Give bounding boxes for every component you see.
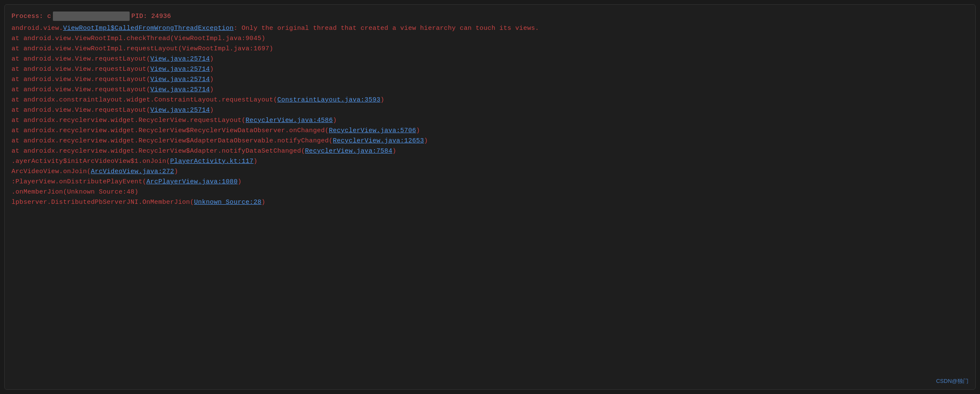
- process-label: Process: c: [12, 13, 51, 20]
- link[interactable]: RecyclerView.java:7584: [305, 148, 392, 155]
- stack-line: .ayerActivity$initArcVideoView$1.onJoin(…: [12, 156, 968, 167]
- link[interactable]: ArcVideoView.java:272: [91, 168, 174, 175]
- exception-class: ViewRootImpl$CalledFromWrongThreadExcept…: [63, 25, 234, 32]
- stack-line: at androidx.constraintlayout.widget.Cons…: [12, 95, 968, 105]
- stack-line: at androidx.recyclerview.widget.Recycler…: [12, 126, 968, 136]
- terminal-window: Process: cPID: 24936 android.view.ViewRo…: [4, 4, 976, 390]
- watermark: CSDN@独门: [936, 377, 968, 385]
- link[interactable]: ArcPlayerView.java:1080: [146, 178, 238, 185]
- link[interactable]: RecyclerView.java:12653: [333, 137, 424, 145]
- stack-line: at android.view.ViewRootImpl.requestLayo…: [12, 44, 968, 54]
- stack-line: at android.view.View.requestLayout(View.…: [12, 105, 968, 116]
- stack-line: :PlayerView.onDistributePlayEvent(ArcPla…: [12, 177, 968, 187]
- exception-suffix: : Only the original thread that created …: [234, 25, 539, 32]
- stack-line: at androidx.recyclerview.widget.Recycler…: [12, 146, 968, 156]
- stack-line: at android.view.View.requestLayout(View.…: [12, 64, 968, 75]
- pid-label: PID: 24936: [131, 13, 171, 20]
- stack-line: .onMemberJion(Unknown Source:48): [12, 187, 968, 197]
- link[interactable]: View.java:25714: [151, 66, 210, 73]
- link[interactable]: View.java:25714: [151, 55, 210, 63]
- stack-line: at android.view.View.requestLayout(View.…: [12, 85, 968, 95]
- stack-line: lpbserver.DistributedPbServerJNI.OnMembe…: [12, 197, 968, 208]
- stack-line: ArcVideoView.onJoin(ArcVideoView.java:27…: [12, 167, 968, 177]
- link[interactable]: View.java:25714: [151, 86, 210, 93]
- link[interactable]: Unknown Source:28: [194, 199, 261, 206]
- link[interactable]: RecyclerView.java:4586: [246, 117, 333, 124]
- stack-line: at androidx.recyclerview.widget.Recycler…: [12, 136, 968, 146]
- redacted-bar: [53, 12, 130, 21]
- link[interactable]: View.java:25714: [151, 107, 210, 114]
- exception-line: android.view.ViewRootImpl$CalledFromWron…: [12, 23, 968, 34]
- process-line: Process: cPID: 24936: [12, 12, 968, 22]
- stack-line: at android.view.View.requestLayout(View.…: [12, 75, 968, 85]
- link[interactable]: ConstraintLayout.java:3593: [277, 96, 380, 104]
- link[interactable]: PlayerActivity.kt:117: [170, 158, 253, 165]
- stack-line: at android.view.View.requestLayout(View.…: [12, 54, 968, 64]
- stack-line: at androidx.recyclerview.widget.Recycler…: [12, 116, 968, 126]
- link[interactable]: View.java:25714: [151, 76, 210, 83]
- link[interactable]: RecyclerView.java:5706: [329, 127, 416, 134]
- exception-prefix: android.view.: [12, 25, 63, 32]
- stack-line: at android.view.ViewRootImpl.checkThread…: [12, 34, 968, 44]
